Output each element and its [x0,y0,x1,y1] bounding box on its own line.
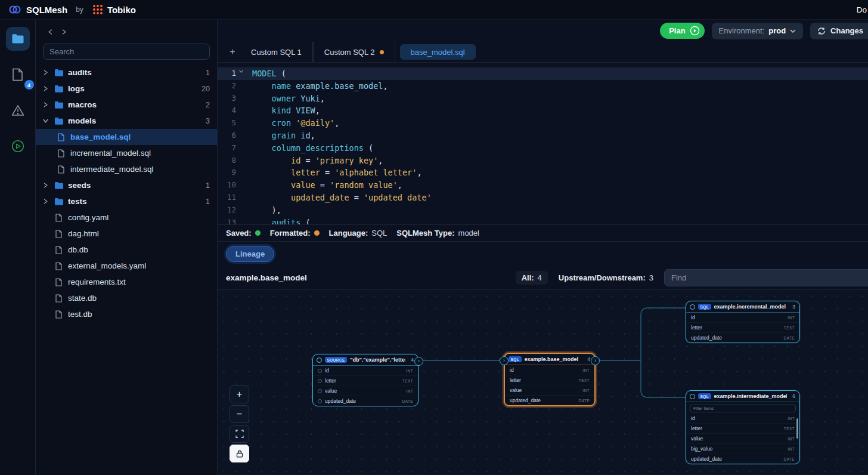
file-label: db.db [68,245,88,254]
node-column-row[interactable]: updated_dateDATE [505,395,594,405]
sidebar-folder-models[interactable]: models3 [36,113,217,129]
node-toggle-icon[interactable] [317,357,322,363]
node-scrollbar[interactable] [796,418,798,439]
node-column-row[interactable]: letterTEXT [505,375,594,385]
node-column-row[interactable]: idINT [505,365,594,375]
lineage-node-incremental-model[interactable]: SQLexample.incremental_model3idINTletter… [686,301,800,343]
node-column-row[interactable]: valueINT [313,385,418,396]
editor-tab-Custom SQL 1[interactable]: Custom SQL 1 [240,42,313,62]
node-port-right[interactable]: › [414,357,423,366]
zoom-in-button[interactable]: + [230,385,249,403]
code-line[interactable]: 3 owner Yuki, [218,92,868,105]
column-name: updated_date [691,335,722,341]
sidebar-file-intermediate_model.sql[interactable]: intermediate_model.sql [36,161,217,177]
code-text: id = 'primary key', [252,155,383,167]
node-column-row[interactable]: big_valueINT [686,443,799,454]
rail-docs-button[interactable]: 4 [6,63,30,87]
code-line[interactable]: 11 updated_date = 'updated date' [218,192,868,204]
all-count-badge[interactable]: All: 4 [516,271,548,285]
node-column-row[interactable]: valueINT [686,433,799,443]
code-text: grain id, [252,129,315,142]
code-line[interactable]: 7 column_descriptions ( [218,142,868,155]
code-editor[interactable]: 1MODEL (2 name example.base_model,3 owne… [218,62,868,224]
code-line[interactable]: 4 kind VIEW, [218,104,868,117]
environment-select[interactable]: Environment: prod [712,23,803,39]
sidebar-folder-seeds[interactable]: seeds1 [36,177,217,193]
file-icon [56,133,66,141]
search-input[interactable] [43,44,210,60]
node-toggle-icon[interactable] [690,304,695,310]
code-line[interactable]: 13 audits ( [218,217,868,224]
sidebar-file-base_model.sql[interactable]: base_model.sql [36,129,217,145]
node-column-row[interactable]: updated_dateDATE [686,332,799,343]
code-line[interactable]: 8 id = 'primary key', [218,155,868,167]
plan-button[interactable]: Plan [660,23,704,39]
code-line[interactable]: 6 grain id, [218,129,868,142]
rail-errors-button[interactable] [6,98,30,122]
docs-link[interactable]: Do [857,5,867,14]
line-number: 1 [218,67,245,80]
sidebar-file-requirements.txt[interactable]: requirements.txt [36,274,217,290]
code-line[interactable]: 5 cron '@daily', [218,117,868,129]
chevron-icon [43,118,49,124]
node-column-row[interactable]: idINT [686,313,799,322]
play-circle-icon [690,26,700,36]
code-line[interactable]: 10 value = 'random value', [218,179,868,192]
node-column-row[interactable]: idINT [686,414,799,423]
node-title: example.base_model [525,356,579,362]
changes-button[interactable]: Changes [810,23,868,39]
sidebar-file-dag.html[interactable]: dag.html [36,226,217,242]
node-column-row[interactable]: valueINT [505,385,594,395]
tab-label: Custom SQL 1 [251,48,302,57]
node-toggle-icon[interactable] [690,394,695,399]
sidebar-file-config.yaml[interactable]: config.yaml [36,209,217,226]
forward-chevron-icon[interactable] [61,29,67,35]
code-line[interactable]: 2 name example.base_model, [218,80,868,92]
node-filter-input[interactable]: Filter items [690,405,796,412]
code-line[interactable]: 9 letter = 'alphabet letter', [218,166,868,179]
sidebar-file-db.db[interactable]: db.db [36,242,217,258]
node-column-row[interactable]: letterTEXT [686,423,799,433]
rail-files-button[interactable] [6,27,30,51]
editor-tab-base_model.sql[interactable]: base_model.sql [400,44,476,60]
node-column-row[interactable]: updated_dateDATE [686,454,799,464]
node-port-left[interactable]: › [500,356,509,365]
node-column-row[interactable]: updated_dateDATE [313,396,418,406]
sidebar-folder-audits[interactable]: audits1 [36,64,217,81]
zoom-out-button[interactable]: − [230,405,249,423]
sidebar-file-external_models.yaml[interactable]: external_models.yaml [36,258,217,274]
folder-icon [54,117,64,125]
sidebar-folder-logs[interactable]: logs20 [36,81,217,97]
lineage-node-base-model[interactable]: SQLexample.base_model4idINTletterTEXTval… [504,353,596,406]
column-type: TEXT [784,427,795,431]
node-column-row[interactable]: idINT [313,366,418,375]
sidebar-file-test.db[interactable]: test.db [36,306,217,322]
sidebar-file-incremental_model.sql[interactable]: incremental_model.sql [36,145,217,161]
lock-button[interactable] [230,445,249,462]
sidebar-folder-tests[interactable]: tests1 [36,193,217,209]
updown-label: Upstream/Downstream: [559,273,646,282]
node-port-right[interactable]: › [591,356,600,365]
lineage-node-letters[interactable]: SOURCE"db"."example"."letters"4idINTlett… [312,354,418,406]
file-label: config.yaml [68,213,108,222]
code-line[interactable]: 12 ), [218,204,868,217]
find-input[interactable] [664,269,868,286]
add-tab-button[interactable]: + [225,47,240,57]
file-icon [54,214,64,222]
formatted-status-icon [314,230,320,236]
sidebar-file-state.db[interactable]: state.db [36,290,217,306]
editor-tab-Custom SQL 2[interactable]: Custom SQL 2 [313,42,395,62]
fold-arrow-icon[interactable] [238,69,244,74]
back-chevron-icon[interactable] [48,29,53,35]
lineage-node-intermediate-model[interactable]: SQLexample.intermediate_model6Filter ite… [686,390,800,464]
lineage-graph[interactable]: SOURCE"db"."example"."letters"4idINTlett… [218,290,868,475]
saved-status-icon [255,230,261,236]
rail-run-button[interactable] [6,134,30,158]
code-line[interactable]: 1MODEL ( [218,67,868,80]
sidebar-folder-macros[interactable]: macros2 [36,97,217,113]
zoom-fit-button[interactable] [230,425,249,443]
node-column-row[interactable]: letterTEXT [686,322,799,332]
upstream-downstream-count[interactable]: Upstream/Downstream: 3 [559,273,653,282]
tab-lineage[interactable]: Lineage [226,246,274,262]
node-column-row[interactable]: letterTEXT [313,375,418,385]
